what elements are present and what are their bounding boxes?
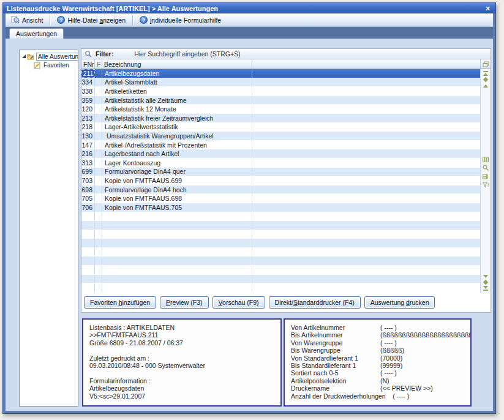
action-button-4[interactable]: Auswertung drucken bbox=[364, 296, 435, 309]
ansicht-label: Ansicht bbox=[22, 17, 43, 24]
parameter-row: Bis Artikelnummer(ßßßßßßßßßßßßßßßßßßßßßß… bbox=[291, 331, 470, 339]
cell-filler bbox=[252, 141, 480, 149]
help-file-button[interactable]: ? Hilfe-Datei anzeigen bbox=[54, 15, 129, 25]
parameter-value: (70000) bbox=[380, 354, 402, 362]
table-row[interactable]: 130 Umsatzstatistik Warengruppen/Artikel bbox=[81, 132, 480, 141]
table-row[interactable]: 699Formularvorlage DinA4 quer bbox=[81, 168, 480, 177]
vertical-scrollbar[interactable] bbox=[480, 69, 491, 293]
table-row-empty bbox=[81, 212, 480, 222]
sort-icon[interactable] bbox=[483, 173, 489, 179]
table-row[interactable]: 334Artikel-Stammblatt bbox=[81, 78, 480, 88]
cell-fnr: 218 bbox=[81, 123, 95, 132]
table-row[interactable]: 218Lager-Artikelwertsstatistik bbox=[81, 123, 480, 132]
cell-bezeichnung: Kopie von FMTFAAUS.705 bbox=[102, 203, 252, 212]
action-button-2[interactable]: Vorschau (F9) bbox=[213, 296, 265, 309]
close-icon[interactable]: × bbox=[484, 4, 492, 13]
column-header-bezeichnung[interactable]: Bezeichnung bbox=[102, 59, 252, 69]
tree-item-favoriten[interactable]: Favoriten bbox=[20, 61, 78, 69]
cell-fnr: 706 bbox=[81, 203, 95, 212]
action-button-1[interactable]: Preview (F3) bbox=[160, 296, 209, 309]
cell-bezeichnung: Artikel-Stammblatt bbox=[102, 78, 252, 87]
scroll-bottom-group bbox=[483, 273, 488, 291]
cell-f bbox=[95, 159, 102, 167]
parameter-value: (ßßßßß) bbox=[380, 347, 404, 354]
cell-fnr: 211 bbox=[81, 69, 95, 78]
cell-filler bbox=[252, 186, 480, 194]
cell-fnr: 313 bbox=[81, 159, 95, 167]
tree-expander-icon[interactable] bbox=[22, 54, 26, 58]
cell-f bbox=[95, 283, 102, 292]
table-row[interactable]: 313Lager Kontoauszug bbox=[81, 159, 480, 168]
cell-fnr bbox=[81, 221, 95, 230]
cell-bezeichnung bbox=[102, 257, 252, 265]
scroll-page-up-icon[interactable] bbox=[483, 77, 488, 83]
cell-f bbox=[95, 123, 102, 132]
ansicht-button[interactable]: Ansicht bbox=[8, 15, 46, 25]
cell-bezeichnung bbox=[102, 283, 252, 292]
cell-fnr bbox=[81, 230, 95, 239]
parameter-label: Bis Standardlieferant 1 bbox=[291, 362, 380, 369]
cell-f bbox=[95, 186, 102, 194]
info-line: 09.03.2010/08:48 - 000 Systemverwalter bbox=[89, 362, 280, 369]
tree-panel: Alle Auswertungen Favoriten bbox=[19, 50, 78, 407]
table-row-empty bbox=[81, 275, 480, 284]
cell-filler bbox=[252, 194, 480, 203]
cell-filler bbox=[252, 69, 480, 78]
table-row[interactable]: 698Formularvorlage DinA4 hoch bbox=[81, 186, 480, 195]
cell-filler bbox=[252, 168, 480, 176]
scroll-down-icon[interactable] bbox=[483, 273, 488, 279]
table-rows: 211Artikelbezugsdaten334Artikel-Stammbla… bbox=[81, 69, 480, 293]
toolbar-separator bbox=[132, 15, 133, 25]
table-row[interactable]: 706Kopie von FMTFAAUS.705 bbox=[81, 203, 480, 212]
info-line: V5:<sc>29.01.2007 bbox=[89, 392, 280, 400]
cell-bezeichnung bbox=[102, 230, 252, 239]
copy-windows-icon[interactable] bbox=[480, 59, 491, 69]
table-row[interactable]: 705Kopie von FMTFAAUS.698 bbox=[81, 194, 480, 203]
cell-fnr: 120 bbox=[81, 105, 95, 113]
tree-item-alle-auswertungen[interactable]: Alle Auswertungen bbox=[20, 53, 78, 61]
filter-label: Filter: bbox=[96, 50, 113, 58]
scroll-up-icon[interactable] bbox=[483, 83, 488, 89]
parameter-row: Von Artikelnummer( ---- ) bbox=[291, 324, 470, 331]
cell-filler bbox=[252, 105, 480, 113]
parameter-value: ( ---- ) bbox=[380, 324, 397, 331]
cell-f bbox=[95, 257, 102, 265]
tab-strip: Auswertungen bbox=[6, 27, 493, 39]
cell-filler bbox=[252, 87, 480, 96]
table-row[interactable]: 703Kopie von FMTFAAUS.699 bbox=[81, 176, 480, 186]
scroll-page-down-icon[interactable] bbox=[483, 279, 488, 285]
cell-filler bbox=[252, 132, 480, 140]
app-window: Listenausdrucke Warenwirtschaft [ARTIKEL… bbox=[2, 2, 496, 414]
column-header-fnr[interactable]: FNr bbox=[81, 59, 95, 69]
table-row[interactable]: 147Artikel-/Adreßstatistik mit Prozenten bbox=[81, 141, 480, 150]
action-button-0[interactable]: Favoriten hinzufügen bbox=[84, 296, 156, 309]
action-button-3[interactable]: Direkt/Standarddrucker (F4) bbox=[269, 296, 361, 309]
individual-form-help-button[interactable]: ? individuelle Formularhilfe bbox=[137, 15, 224, 25]
parameter-value: (99999) bbox=[380, 362, 402, 369]
filter-funnel-icon[interactable] bbox=[483, 182, 489, 188]
cell-fnr: 216 bbox=[81, 149, 95, 158]
tab-auswertungen[interactable]: Auswertungen bbox=[9, 28, 64, 39]
filter-input[interactable]: Hier Suchbegriff eingeben (STRG+S) bbox=[134, 50, 240, 58]
action-buttons-row: Favoriten hinzufügenPreview (F3)Vorschau… bbox=[81, 293, 491, 312]
parameter-label: Bis Warengruppe bbox=[291, 347, 380, 354]
cell-f bbox=[95, 149, 102, 158]
parameter-label: Von Standardlieferant 1 bbox=[291, 354, 380, 362]
cell-f bbox=[95, 203, 102, 212]
cell-f bbox=[95, 266, 102, 274]
table-row[interactable]: 211Artikelbezugsdaten bbox=[81, 69, 480, 78]
table-row[interactable]: 213Artikelstatistik freier Zeitraumvergl… bbox=[81, 114, 480, 123]
cell-filler bbox=[252, 283, 480, 292]
cell-f bbox=[95, 132, 102, 140]
cell-f bbox=[95, 230, 102, 239]
scroll-to-bottom-icon[interactable] bbox=[483, 285, 488, 291]
scroll-to-top-icon[interactable] bbox=[483, 70, 488, 77]
table-row[interactable]: 120Artikelstatistik 12 Monate bbox=[81, 105, 480, 114]
cell-fnr bbox=[81, 239, 95, 247]
table-row[interactable]: 216Lagerbestand nach Artikel bbox=[81, 149, 480, 159]
column-header-f[interactable]: F bbox=[95, 59, 102, 69]
table-row[interactable]: 359Artikelstatistik alle Zeiträume bbox=[81, 96, 480, 105]
columns-icon[interactable] bbox=[483, 156, 489, 162]
search-icon[interactable] bbox=[483, 165, 489, 171]
table-row[interactable]: 338Artikeletiketten bbox=[81, 87, 480, 96]
